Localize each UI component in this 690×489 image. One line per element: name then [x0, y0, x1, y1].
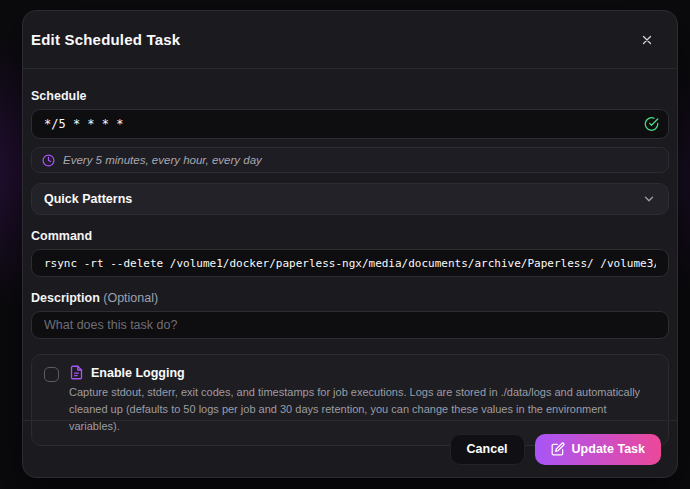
- description-label: Description (Optional): [31, 291, 669, 305]
- cancel-button[interactable]: Cancel: [450, 434, 525, 465]
- update-task-button[interactable]: Update Task: [535, 434, 661, 465]
- close-button[interactable]: [633, 26, 661, 54]
- schedule-input-wrap: [31, 109, 669, 139]
- enable-logging-checkbox[interactable]: [44, 367, 59, 382]
- edit-pencil-icon: [551, 442, 565, 456]
- schedule-label: Schedule: [31, 89, 669, 103]
- command-input-wrap: [31, 249, 669, 277]
- modal-header: Edit Scheduled Task: [23, 11, 677, 69]
- chevron-down-icon: [642, 192, 656, 206]
- schedule-input[interactable]: [31, 109, 669, 139]
- enable-logging-title[interactable]: Enable Logging: [91, 366, 185, 380]
- description-input[interactable]: [31, 311, 669, 339]
- modal-title: Edit Scheduled Task: [31, 31, 180, 48]
- cancel-button-label: Cancel: [467, 442, 508, 456]
- file-text-icon: [69, 365, 84, 380]
- quick-patterns-toggle[interactable]: Quick Patterns: [31, 183, 669, 215]
- description-optional-tag: (Optional): [103, 291, 158, 305]
- modal-body: Schedule Every 5 minutes, every hour, ev…: [23, 69, 677, 446]
- close-icon: [640, 33, 654, 47]
- quick-patterns-label: Quick Patterns: [44, 192, 132, 206]
- command-input[interactable]: [31, 249, 669, 277]
- description-label-text: Description: [31, 291, 100, 305]
- schedule-hint: Every 5 minutes, every hour, every day: [31, 147, 669, 173]
- check-circle-icon: [644, 117, 659, 132]
- clock-icon: [42, 154, 55, 167]
- modal-footer: Cancel Update Task: [23, 420, 677, 477]
- command-label: Command: [31, 229, 669, 243]
- description-input-wrap: [31, 311, 669, 339]
- update-task-button-label: Update Task: [572, 442, 645, 456]
- edit-scheduled-task-modal: Edit Scheduled Task Schedule Every 5 min…: [22, 10, 678, 478]
- schedule-hint-text: Every 5 minutes, every hour, every day: [63, 154, 262, 166]
